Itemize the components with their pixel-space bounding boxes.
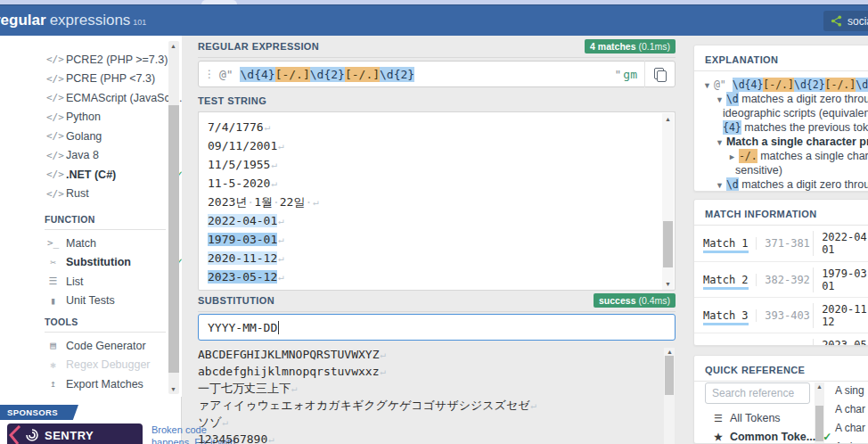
quickref-item[interactable]: ☰All Tokens <box>714 412 781 424</box>
copy-regex-button[interactable] <box>644 61 675 87</box>
sentry-wordmark: SENTRY <box>45 429 94 442</box>
export-icon: ↥ <box>46 378 60 390</box>
scroll-up-icon[interactable]: ▲ <box>667 349 673 355</box>
chevron-down-icon[interactable]: ▼ <box>716 181 724 190</box>
explanation-line[interactable]: ▼@" \d{4}[-/.]\d{2}[-/.]\d{2} <box>703 78 868 93</box>
match-row[interactable]: Match 2382-3921979-03-01 <box>694 261 868 297</box>
function-item-label: Substitution <box>66 256 131 268</box>
search-input[interactable] <box>705 382 810 404</box>
sponsors-badge: SPONSORS <box>0 405 78 420</box>
substitution-input[interactable]: YYYY-MM-DD <box>198 314 676 341</box>
flavor-item[interactable]: </>Java 8 <box>46 146 182 165</box>
explanation-line[interactable]: ▼Match a single character prese <box>703 136 868 150</box>
star-icon: ★ <box>714 432 723 443</box>
test-line: 2020-11-12↵ <box>208 249 284 267</box>
flavor-item[interactable]: </>.NET (C#)✓ <box>46 165 182 184</box>
function-item[interactable]: ☰List <box>46 272 182 291</box>
code-icon: </> <box>46 188 60 200</box>
explanation-line[interactable]: ideographic scripts (equivalent to <box>703 107 868 121</box>
explanation-line[interactable]: ▼\d matches a digit zero through <box>703 178 868 192</box>
newline-icon: ↵ <box>381 366 387 377</box>
logo[interactable]: regularexpressions101 <box>0 12 146 29</box>
whitespace-dot: · <box>273 195 280 209</box>
tools-section-header: TOOLS <box>45 317 166 333</box>
chevron-right-icon[interactable]: ► <box>728 152 736 161</box>
quickref-description-line[interactable]: A char <box>835 440 865 444</box>
quickref-description-line[interactable]: A char <box>835 422 865 434</box>
match-info-table: Match 1371-3812022-04-01Match 2382-39219… <box>694 226 868 346</box>
match-info-header: MATCH INFORMATION <box>694 200 868 226</box>
tool-item-label: Regex Debugger <box>66 358 151 371</box>
code-icon: </> <box>46 73 60 85</box>
share-button[interactable]: social <box>823 11 868 31</box>
code-icon: </> <box>46 92 60 103</box>
match-label-text: Match 2 <box>703 274 749 290</box>
newline-icon: ↵ <box>291 382 298 394</box>
explanation-text: -/. <box>739 149 757 163</box>
regex-input[interactable]: ⋮ @" \d{4}[-/.]\d{2}[-/.]\d{2} " gm <box>198 61 676 87</box>
tool-item[interactable]: ▤Code Generator <box>46 336 182 355</box>
share-icon <box>831 15 842 27</box>
substitution-output: ABCDEFGHIJKLMNOPQRSTUVWXYZ↵abcdefghijklm… <box>198 346 663 444</box>
scroll-up-icon[interactable]: ▲ <box>170 43 176 49</box>
regex-flags[interactable]: gm <box>623 68 637 81</box>
flavor-item[interactable]: </>Golang <box>46 127 182 145</box>
quickref-description-line[interactable]: A sing <box>835 384 864 397</box>
function-item[interactable]: ▮Unit Tests <box>46 292 182 310</box>
function-item[interactable]: >_Match <box>46 234 182 252</box>
scroll-down-icon[interactable]: ▼ <box>170 386 176 392</box>
flavor-item[interactable]: </>PCRE (PHP <7.3) <box>46 70 182 88</box>
output-text: ソゾ <box>198 415 222 431</box>
explanation-line[interactable]: ►-/. matches a single characte <box>703 150 868 164</box>
drag-handle-icon[interactable]: ⋮ <box>204 68 215 80</box>
explanation-line[interactable]: sensitive) <box>703 164 868 178</box>
explanation-text: \d{2} <box>794 78 825 92</box>
test-string-editor[interactable]: 7/4/1776↵09/11/2001↵11/5/1955↵11-5-2020↵… <box>198 111 676 291</box>
match-row[interactable]: Match 4404-4142023-05-12 <box>694 333 868 346</box>
function-item[interactable]: ✂Substitution✓ <box>46 253 182 272</box>
test-string-header: TEST STRING <box>198 95 676 112</box>
test-text: 2023년 <box>208 194 247 210</box>
sentry-icon <box>25 428 39 442</box>
chevron-down-icon[interactable]: ▼ <box>716 95 724 104</box>
sidebar-scroll-thumb[interactable] <box>168 105 179 373</box>
flavor-item[interactable]: </>PCRE2 (PHP >=7.3) <box>46 50 182 69</box>
test-scrollbar[interactable]: ▲ ▼ <box>662 113 674 290</box>
test-scroll-thumb[interactable] <box>663 221 673 267</box>
output-scroll-thumb[interactable] <box>665 356 674 395</box>
match-row[interactable]: Match 1371-3812022-04-01 <box>694 226 868 261</box>
sidebar-scrollbar[interactable]: ▲ ▼ <box>168 41 179 394</box>
explanation-line[interactable]: {4} matches the previous token <box>703 121 868 136</box>
sentry-logo[interactable]: SENTRY <box>7 423 143 444</box>
regex-token: \d{2} <box>310 67 345 82</box>
flavor-item[interactable]: </>Rust <box>46 185 182 203</box>
quickref-item-label: Common Toke... <box>730 431 815 443</box>
scroll-up-icon[interactable]: ▲ <box>816 383 823 390</box>
output-scrollbar[interactable]: ▲ <box>664 348 675 444</box>
flavor-item[interactable]: </>ECMAScript (JavaScri... <box>46 88 182 107</box>
chevron-down-icon[interactable]: ▼ <box>703 81 711 90</box>
newline-icon: ↵ <box>381 349 387 360</box>
tool-item[interactable]: ✱Regex Debugger <box>46 356 182 374</box>
match-value: 2020-11-12 <box>813 303 868 328</box>
check-icon: ✓ <box>823 431 831 443</box>
explanation-text: matches a digit zero through <box>739 178 868 191</box>
newline-icon: ↵ <box>278 140 284 152</box>
flavor-item[interactable]: </>Python <box>46 108 182 127</box>
quickref-description-line[interactable]: A char <box>835 403 865 415</box>
match-row[interactable]: Match 3393-4032020-11-12 <box>694 297 868 333</box>
function-section-header: FUNCTION <box>45 214 166 230</box>
scroll-up-icon[interactable]: ▲ <box>665 116 671 122</box>
quickref-item[interactable]: ★Common Toke...✓ <box>714 431 831 443</box>
test-text: 09/11/2001 <box>208 139 277 152</box>
chevron-down-icon[interactable]: ▼ <box>716 138 724 147</box>
flavor-item-label: PCRE2 (PHP >=7.3) <box>66 53 168 66</box>
tool-item[interactable]: ↥Export Matches <box>46 374 182 393</box>
explanation-line[interactable]: ▼\d matches a digit zero through <box>703 93 868 107</box>
explanation-text: \d <box>726 92 739 106</box>
scissors-icon: ✂ <box>46 257 60 268</box>
match-info-card: MATCH INFORMATION Match 1371-3812022-04-… <box>693 199 868 346</box>
output-text: 1234567890 <box>198 432 267 444</box>
scroll-down-icon[interactable]: ▼ <box>665 281 671 287</box>
tool-item-label: Code Generator <box>66 340 146 352</box>
